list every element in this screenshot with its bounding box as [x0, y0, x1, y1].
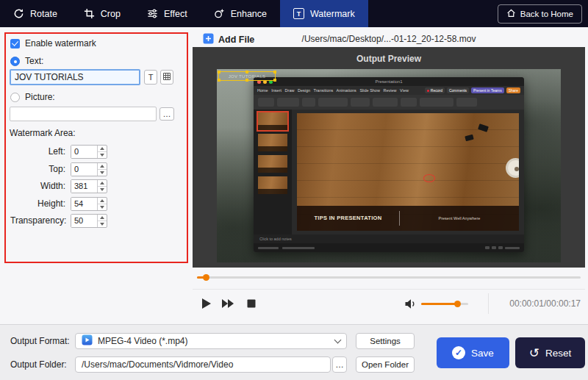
watermark-icon: T [293, 8, 304, 19]
left-stepper-down-icon[interactable] [98, 152, 107, 158]
seek-track[interactable] [197, 276, 581, 279]
output-folder-input[interactable]: /Users/mac/Documents/Vidmore/Video [75, 356, 331, 373]
reset-button[interactable]: ↺ Reset [515, 337, 585, 368]
play-icon [201, 298, 212, 309]
watermark-text-input[interactable] [10, 69, 140, 85]
play-button[interactable] [198, 295, 215, 312]
seek-handle[interactable] [203, 274, 209, 281]
ppt-body: TIPS IN PRESENTATION Present Well Anywhe… [254, 110, 524, 234]
save-label: Save [471, 348, 494, 359]
tab-rotate[interactable]: Rotate [0, 0, 71, 27]
slide-thumbnail [258, 155, 287, 173]
watermark-selection-box[interactable]: JOV TUTORIALS [218, 71, 276, 81]
text-option-row: Text: [10, 56, 43, 66]
settings-label: Settings [370, 337, 401, 345]
back-to-home-button[interactable]: Back to Home [498, 4, 582, 24]
top-field-row: Top: [10, 162, 113, 176]
slide-thumbnail [258, 112, 287, 130]
folder-browse-button[interactable]: … [332, 356, 347, 373]
picture-browse-button[interactable]: … [159, 107, 174, 121]
ppt-notes-placeholder: Click to add notes [259, 237, 292, 241]
resize-handle[interactable] [218, 71, 220, 74]
font-t-icon: T [148, 73, 154, 82]
tab-effect[interactable]: Effect [134, 0, 201, 27]
volume-button[interactable] [402, 295, 418, 312]
open-folder-button[interactable]: Open Folder [356, 356, 415, 373]
text-font-button[interactable]: T [144, 70, 157, 85]
save-button[interactable]: ✓ Save [437, 337, 509, 368]
tab-label: Enhance [231, 9, 267, 19]
left-input[interactable] [71, 146, 97, 158]
output-folder-label: Output Folder: [10, 359, 67, 370]
resize-handle[interactable] [273, 79, 276, 82]
open-folder-label: Open Folder [362, 360, 409, 369]
ppt-slide-thumbnails [254, 110, 292, 234]
add-file-button[interactable]: Add File [203, 32, 254, 47]
back-to-home-label: Back to Home [520, 10, 573, 18]
output-format-dropdown[interactable]: MPEG-4 Video (*.mp4) [75, 333, 347, 349]
check-icon: ✓ [452, 346, 465, 359]
app-window: Rotate Crop Effect Enhance T Watermark [0, 0, 588, 380]
ppt-status-bar [254, 243, 524, 252]
cup-icon [506, 158, 519, 178]
tab-label: Crop [101, 9, 121, 19]
picture-path-input[interactable] [10, 107, 157, 121]
settings-button[interactable]: Settings [356, 333, 415, 349]
ppt-tab-labels: Home Insert Draw Design Transitions Anim… [257, 88, 409, 93]
ppt-titlebar: Presentation1 [254, 77, 524, 86]
left-stepper [71, 145, 107, 159]
transparency-stepper-up-icon[interactable] [98, 215, 107, 221]
width-input[interactable] [71, 180, 97, 193]
chevron-down-icon [334, 337, 342, 344]
video-content-ppt-window: Presentation1 Home Insert Draw Design Tr… [254, 77, 524, 252]
text-color-button[interactable] [160, 70, 173, 85]
ppt-notes-bar: Click to add notes [254, 234, 524, 243]
volume-handle[interactable] [454, 301, 461, 307]
height-input[interactable] [71, 198, 97, 210]
width-stepper-down-icon[interactable] [98, 187, 107, 193]
fast-forward-button[interactable] [220, 295, 236, 312]
ppt-record-button: Record [425, 87, 445, 93]
top-stepper [71, 162, 107, 176]
height-stepper-up-icon[interactable] [98, 198, 107, 204]
reset-icon: ↺ [529, 347, 539, 359]
resize-handle[interactable] [245, 79, 248, 82]
stop-button[interactable] [243, 295, 259, 312]
top-stepper-down-icon[interactable] [98, 170, 107, 176]
seek-bar[interactable] [197, 273, 581, 281]
ppt-ribbon-buttons [254, 95, 524, 110]
controls-divider [193, 289, 585, 290]
slide-title: TIPS IN PRESENTATION [297, 215, 399, 221]
enhance-icon [214, 8, 225, 19]
home-icon [506, 8, 516, 19]
tab-watermark[interactable]: T Watermark [280, 0, 368, 27]
tab-crop[interactable]: Crop [71, 0, 134, 27]
volume-level [421, 303, 458, 305]
left-stepper-up-icon[interactable] [98, 146, 107, 152]
ellipsis-icon: … [335, 360, 344, 369]
transparency-stepper-down-icon[interactable] [98, 221, 107, 227]
picture-option-row: Picture: [10, 92, 55, 102]
ppt-comments-button: Comments [447, 87, 469, 93]
picture-option-label: Picture: [25, 92, 55, 102]
top-stepper-up-icon[interactable] [98, 163, 107, 170]
tab-enhance[interactable]: Enhance [201, 0, 280, 27]
text-option-label: Text: [25, 56, 43, 66]
ellipsis-icon: … [163, 110, 171, 118]
width-field-row: Width: [10, 179, 113, 193]
text-radio[interactable] [10, 57, 20, 66]
mp4-format-icon [82, 334, 93, 348]
resize-handle[interactable] [273, 71, 276, 74]
binder-clip-icon [465, 135, 473, 141]
enable-watermark-checkbox[interactable] [10, 39, 20, 49]
transparency-input[interactable] [71, 215, 97, 227]
resize-handle[interactable] [218, 79, 220, 82]
picture-radio[interactable] [10, 93, 20, 102]
resize-handle[interactable] [245, 71, 248, 74]
height-stepper-down-icon[interactable] [98, 204, 107, 210]
width-stepper [71, 179, 107, 193]
tab-label: Effect [164, 9, 187, 19]
top-input[interactable] [71, 163, 97, 176]
width-stepper-up-icon[interactable] [98, 180, 107, 187]
ppt-slide-area: TIPS IN PRESENTATION Present Well Anywhe… [292, 110, 524, 234]
